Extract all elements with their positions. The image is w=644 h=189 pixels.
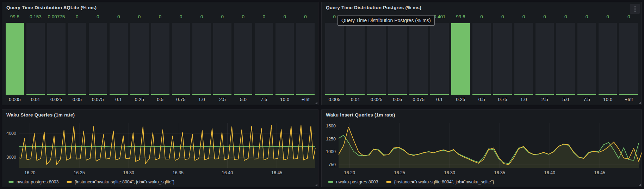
bar-column: 00.25 bbox=[130, 14, 149, 103]
legend-swatch-icon bbox=[386, 181, 391, 183]
bar-category-label: 0.5 bbox=[151, 95, 169, 103]
bar-column: 00.5 bbox=[151, 14, 169, 103]
bar-value-label: 0 bbox=[472, 14, 491, 21]
bar-category-label: 0.025 bbox=[367, 95, 386, 103]
bar-track bbox=[130, 23, 149, 95]
bar-track bbox=[388, 23, 407, 95]
bar-track bbox=[451, 23, 470, 95]
bar-category-label: 0.75 bbox=[172, 95, 190, 103]
bar-value-label: 0 bbox=[556, 14, 575, 21]
resize-handle[interactable] bbox=[638, 102, 641, 104]
bar-category-label: 2.5 bbox=[213, 95, 231, 103]
bar-fill bbox=[556, 94, 575, 95]
legend-item[interactable]: {instance="nwaku-sqlite:8004", job="nwak… bbox=[67, 179, 175, 184]
legend-label: {instance="nwaku-sqlite:8004", job="nwak… bbox=[394, 179, 494, 184]
y-axis-tick-label: 3000 bbox=[6, 155, 16, 160]
bar-track bbox=[275, 23, 294, 95]
panel-waku-insert-queries: Waku Insert Queries (1m rate) 7501000125… bbox=[321, 109, 642, 187]
bar-column: 00.01 bbox=[346, 14, 365, 103]
panel-title-insert[interactable]: Waku Insert Queries (1m rate) bbox=[322, 109, 642, 120]
bar-fill bbox=[472, 94, 491, 95]
bar-fill bbox=[6, 23, 24, 95]
legend-swatch-icon bbox=[8, 181, 14, 183]
panel-title-postgres[interactable]: Query Time Distribution Postgres (% ms) bbox=[322, 2, 642, 13]
bar-fill bbox=[430, 94, 449, 95]
y-axis-tick-label: 1000 bbox=[326, 149, 336, 154]
legend-item[interactable]: nwaku-postgres:8003 bbox=[8, 179, 59, 184]
resize-handle[interactable] bbox=[315, 102, 317, 104]
bar-track bbox=[619, 23, 638, 95]
bar-value-label: 0 bbox=[275, 14, 294, 21]
bar-column: 00.075 bbox=[89, 14, 107, 103]
bar-category-label: 0.005 bbox=[6, 95, 24, 103]
bar-category-label: +Inf bbox=[619, 95, 638, 103]
bar-fill bbox=[296, 94, 315, 95]
dashboard: Query Time Distribution SQLite (% ms) 99… bbox=[0, 0, 644, 189]
bar-category-label: 0.25 bbox=[451, 95, 470, 103]
bar-track bbox=[367, 23, 386, 95]
bar-value-label: 99.6 bbox=[451, 14, 470, 21]
bar-value-label: 0 bbox=[296, 14, 315, 21]
bar-fill bbox=[514, 94, 533, 95]
bar-track bbox=[6, 23, 24, 95]
bar-fill bbox=[192, 94, 211, 95]
bar-category-label: 0.75 bbox=[493, 95, 512, 103]
legend-item[interactable]: {instance="nwaku-sqlite:8004", job="nwak… bbox=[386, 179, 494, 184]
bar-fill bbox=[213, 94, 231, 95]
bar-category-label: 10.0 bbox=[275, 95, 294, 103]
bar-fill bbox=[493, 94, 512, 95]
bar-track bbox=[172, 23, 190, 95]
x-axis-tick-label: 16:45 bbox=[594, 170, 605, 175]
bar-track bbox=[472, 23, 491, 95]
panel-title-tooltip: Query Time Distribution Postgres (% ms) bbox=[338, 15, 435, 26]
bar-column: 00.025 bbox=[367, 14, 386, 103]
legend-item[interactable]: nwaku-postgres:8003 bbox=[328, 179, 378, 184]
bar-column: 0.4010.1 bbox=[430, 14, 449, 103]
bar-value-label: 0 bbox=[619, 14, 638, 21]
bar-value-label: 0.00775 bbox=[47, 14, 66, 21]
x-axis-tick-label: 16:30 bbox=[444, 170, 455, 175]
bar-category-label: 0.025 bbox=[47, 95, 66, 103]
bar-track bbox=[255, 23, 273, 95]
timeseries-insert: 75010001250150016:2016:2516:3016:3516:40… bbox=[322, 121, 642, 177]
y-axis-tick-label: 1250 bbox=[326, 137, 336, 141]
panel-menu-icon[interactable] bbox=[630, 4, 640, 14]
resize-handle[interactable] bbox=[638, 184, 641, 186]
y-axis-tick-label: 750 bbox=[328, 162, 336, 167]
bar-column: 99.80.005 bbox=[6, 14, 24, 103]
bar-category-label: 2.5 bbox=[535, 95, 554, 103]
panel-query-time-sqlite: Query Time Distribution SQLite (% ms) 99… bbox=[2, 2, 318, 105]
legend-swatch-icon bbox=[328, 181, 333, 183]
bar-column: 0+Inf bbox=[296, 14, 315, 103]
bar-track bbox=[325, 23, 344, 95]
bar-value-label: 0 bbox=[89, 14, 107, 21]
panel-title-sqlite[interactable]: Query Time Distribution SQLite (% ms) bbox=[2, 2, 318, 13]
bar-column: 010.0 bbox=[275, 14, 294, 103]
bar-track bbox=[493, 23, 512, 95]
bar-track bbox=[26, 23, 45, 95]
bar-fill bbox=[234, 94, 252, 95]
x-axis-tick-label: 16:20 bbox=[344, 170, 355, 175]
bar-column: 02.5 bbox=[535, 14, 554, 103]
bar-category-label: 5.0 bbox=[556, 95, 575, 103]
bar-column: 00.05 bbox=[388, 14, 407, 103]
x-axis-tick-label: 16:40 bbox=[544, 170, 555, 175]
bar-category-label: 1.0 bbox=[192, 95, 211, 103]
bar-value-label: 0 bbox=[577, 14, 596, 21]
bar-track bbox=[89, 23, 107, 95]
bar-category-label: 0.075 bbox=[89, 95, 107, 103]
bar-track bbox=[514, 23, 533, 95]
bar-gauge-postgres: 00.00500.0100.02500.0500.0750.4010.199.6… bbox=[322, 13, 642, 105]
resize-handle[interactable] bbox=[315, 184, 317, 186]
panel-title-store[interactable]: Waku Store Queries (1m rate) bbox=[2, 109, 318, 120]
bar-column: 99.60.25 bbox=[451, 14, 470, 103]
x-axis-tick-label: 16:45 bbox=[271, 170, 282, 175]
timeseries-plot[interactable]: 75010001250150016:2016:2516:3016:3516:40… bbox=[322, 121, 642, 177]
bar-category-label: 0.1 bbox=[430, 95, 449, 103]
bar-track bbox=[110, 23, 128, 95]
timeseries-plot[interactable]: 3000400016:2016:2516:3016:3516:4016:45 bbox=[2, 121, 318, 177]
bar-fill bbox=[577, 94, 596, 95]
bar-fill bbox=[110, 94, 128, 95]
bar-value-label: 0 bbox=[110, 14, 128, 21]
bar-category-label: 0.005 bbox=[325, 95, 344, 103]
